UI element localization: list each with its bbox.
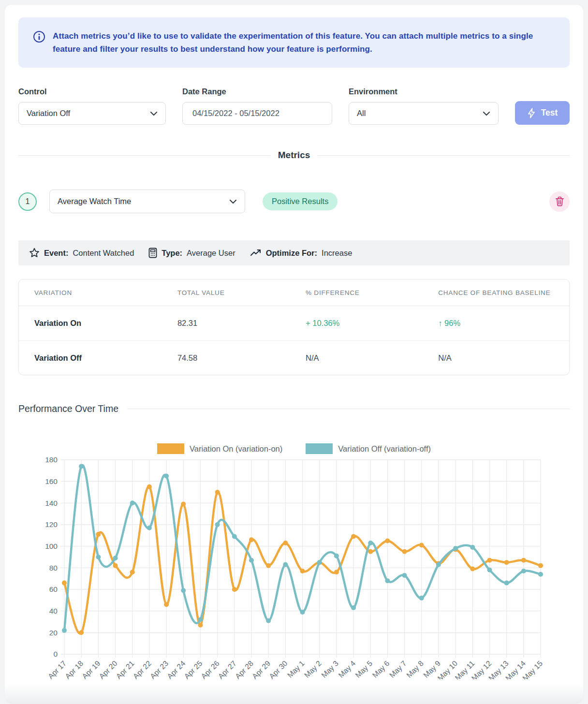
info-icon — [33, 30, 45, 43]
svg-text:Apr 30: Apr 30 — [267, 659, 289, 679]
chart-legend: Variation On (variation-on) Variation Of… — [18, 443, 570, 454]
results-status-badge: Positive Results — [263, 192, 338, 210]
row-total-value: 82.31 — [162, 319, 290, 328]
summary-event: Event: Content Watched — [29, 248, 134, 258]
chevron-down-icon — [483, 111, 490, 116]
calculator-icon — [148, 248, 157, 258]
row-chance: N/A — [423, 353, 569, 363]
row-chance: ↑ 96% — [423, 319, 569, 328]
info-banner: Attach metrics you’d like to use to vali… — [18, 17, 570, 68]
trend-up-icon — [250, 249, 262, 257]
section-bottom-fade — [5, 684, 583, 704]
svg-text:40: 40 — [49, 607, 58, 615]
metric-select-value: Average Watch Time — [58, 197, 131, 206]
svg-text:140: 140 — [45, 499, 58, 507]
lightning-icon — [527, 108, 536, 118]
control-select[interactable]: Variation Off — [18, 102, 166, 125]
svg-text:80: 80 — [49, 564, 58, 572]
table-row: Variation Off 74.58 N/A N/A — [19, 340, 569, 375]
col-header-difference: % DIFFERENCE — [290, 289, 423, 296]
metrics-section-title: Metrics — [278, 150, 310, 161]
environment-select-value: All — [357, 109, 366, 118]
date-range-input[interactable] — [182, 102, 332, 125]
legend-item-variation-off[interactable]: Variation Off (variation-off) — [306, 443, 431, 454]
delete-metric-button[interactable] — [549, 191, 570, 212]
chevron-down-icon — [229, 199, 237, 204]
date-range-label: Date Range — [182, 87, 332, 96]
date-range-field: Date Range — [182, 87, 332, 125]
svg-text:120: 120 — [45, 521, 58, 529]
info-banner-text: Attach metrics you’d like to use to vali… — [53, 29, 551, 56]
svg-text:May 3: May 3 — [320, 659, 340, 679]
svg-text:May 5: May 5 — [353, 659, 374, 679]
feature-metrics-panel: Attach metrics you’d like to use to vali… — [5, 5, 583, 704]
summary-type-label: Type: — [162, 249, 182, 258]
legend-swatch-variation-off — [306, 443, 333, 454]
svg-text:May 7: May 7 — [388, 659, 408, 679]
svg-text:180: 180 — [45, 456, 58, 464]
summary-optimize: Optimize For: Increase — [250, 249, 353, 258]
test-button[interactable]: Test — [515, 101, 570, 125]
col-header-total-value: TOTAL VALUE — [162, 289, 290, 296]
metric-select[interactable]: Average Watch Time — [49, 190, 245, 213]
summary-event-value: Content Watched — [73, 249, 134, 258]
svg-text:May 6: May 6 — [371, 659, 391, 679]
row-total-value: 74.58 — [162, 353, 290, 363]
svg-text:May 15: May 15 — [521, 659, 544, 679]
control-field: Control Variation Off — [18, 87, 166, 125]
legend-label-variation-on: Variation On (variation-on) — [190, 444, 282, 454]
control-label: Control — [18, 87, 166, 96]
row-variation-name: Variation On — [19, 319, 162, 328]
svg-text:60: 60 — [49, 586, 58, 594]
metrics-divider: Metrics — [18, 150, 570, 161]
chevron-down-icon — [150, 111, 158, 116]
environment-field: Environment All — [349, 87, 499, 125]
col-header-chance: CHANCE OF BEATING BASELINE — [423, 289, 569, 296]
test-button-label: Test — [541, 108, 558, 118]
svg-text:160: 160 — [45, 477, 58, 485]
performance-section-header: Performance Over Time — [18, 403, 570, 414]
svg-text:0: 0 — [53, 650, 58, 659]
table-header-row: VARIATION TOTAL VALUE % DIFFERENCE CHANC… — [19, 279, 569, 306]
row-difference: N/A — [290, 353, 423, 363]
summary-event-label: Event: — [44, 249, 68, 258]
metric-row: 1 Average Watch Time Positive Results — [18, 190, 570, 213]
summary-optimize-value: Increase — [322, 249, 352, 258]
svg-text:May 2: May 2 — [303, 659, 323, 679]
control-select-value: Variation Off — [27, 109, 70, 118]
legend-label-variation-off: Variation Off (variation-off) — [338, 444, 431, 454]
metric-index-badge: 1 — [18, 192, 37, 211]
trash-icon — [555, 196, 564, 206]
row-variation-name: Variation Off — [19, 353, 162, 363]
performance-chart-svg: 020406080100120140160180Apr 17Apr 18Apr … — [18, 456, 570, 679]
star-icon — [29, 248, 40, 258]
environment-select[interactable]: All — [349, 102, 499, 125]
svg-text:May 1: May 1 — [286, 659, 306, 679]
summary-type-value: Average User — [187, 249, 235, 258]
summary-type: Type: Average User — [148, 248, 235, 258]
svg-text:May 8: May 8 — [405, 659, 425, 679]
table-row: Variation On 82.31 + 10.36% ↑ 96% — [19, 306, 569, 340]
divider-line — [318, 155, 570, 156]
metric-summary-bar: Event: Content Watched Type: Average Use… — [18, 240, 570, 265]
legend-swatch-variation-on — [157, 443, 184, 454]
performance-chart: 020406080100120140160180Apr 17Apr 18Apr … — [18, 456, 570, 681]
summary-optimize-label: Optimize For: — [266, 249, 317, 258]
results-table: VARIATION TOTAL VALUE % DIFFERENCE CHANC… — [18, 279, 570, 375]
header-rule — [127, 409, 570, 409]
legend-item-variation-on[interactable]: Variation On (variation-on) — [157, 443, 282, 454]
performance-title: Performance Over Time — [18, 403, 118, 414]
svg-text:100: 100 — [45, 542, 58, 550]
filters-row: Control Variation Off Date Range Environ… — [18, 87, 570, 125]
svg-text:May 4: May 4 — [337, 659, 357, 679]
divider-line — [18, 155, 270, 156]
col-header-variation: VARIATION — [19, 289, 162, 296]
svg-text:20: 20 — [49, 629, 58, 637]
environment-label: Environment — [349, 87, 499, 96]
row-difference: + 10.36% — [290, 319, 423, 328]
